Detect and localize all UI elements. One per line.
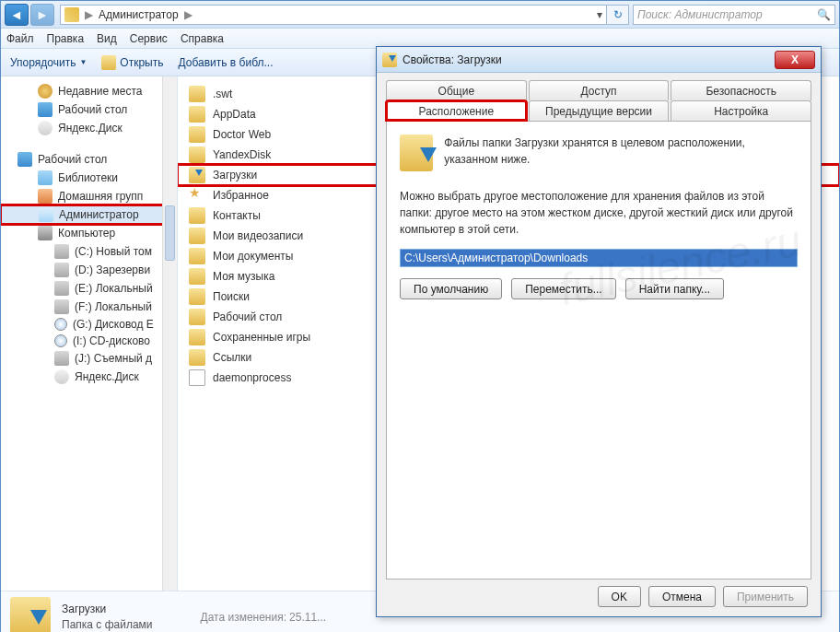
library-icon (38, 170, 52, 185)
drive-icon (54, 351, 69, 366)
details-name: Загрузки (62, 602, 153, 617)
folder-icon (189, 146, 205, 163)
forward-button[interactable]: ► (30, 4, 54, 26)
drive-icon (54, 281, 69, 296)
toolbar-add-library[interactable]: Добавить в библ... (178, 56, 273, 69)
tree-scrollbar[interactable] (162, 76, 177, 591)
restore-default-button[interactable]: По умолчанию (400, 278, 502, 299)
folder-icon (189, 86, 205, 102)
tree-drive[interactable]: (I:) CD-дисково (1, 333, 177, 349)
tree-drive[interactable]: (G:) Дисковод E (1, 316, 177, 333)
close-button[interactable]: X (775, 51, 815, 69)
tree-drive[interactable]: (C:) Новый том (1, 242, 177, 261)
tab-previous-versions[interactable]: Предыдущие версии (529, 100, 670, 121)
details-text: Загрузки Папка с файлами (62, 602, 153, 632)
tab-general[interactable]: Общие (386, 80, 527, 100)
list-item-label: Избранное (213, 189, 269, 202)
list-item-label: .swt (213, 88, 232, 100)
address-dropdown-icon[interactable]: ▾ (597, 8, 602, 21)
menu-edit[interactable]: Правка (47, 32, 85, 45)
folder-icon (189, 288, 205, 305)
folder-icon (189, 268, 205, 285)
list-item-label: Поиски (213, 290, 250, 303)
tree-drive[interactable]: (J:) Съемный д (1, 349, 177, 368)
computer-icon (38, 226, 52, 240)
back-button[interactable]: ◄ (5, 4, 29, 26)
tree-drive[interactable]: (F:) Локальный (1, 298, 177, 316)
toolbar-open[interactable]: Открыть (101, 55, 163, 70)
tree-yandex-disk[interactable]: Яндекс.Диск (1, 119, 177, 137)
user-icon (39, 207, 53, 222)
breadcrumb-sep-icon: ▶ (83, 8, 95, 21)
nav-buttons: ◄ ► (5, 4, 54, 26)
dialog-titlebar[interactable]: Свойства: Загрузки X (377, 47, 821, 73)
ok-button[interactable]: OK (598, 586, 641, 607)
menu-file[interactable]: Файл (6, 32, 34, 45)
desktop-icon (18, 152, 32, 167)
menu-tools[interactable]: Сервис (130, 32, 168, 45)
fav-icon (189, 187, 205, 204)
folder-icon (189, 106, 205, 123)
drive-icon (54, 299, 69, 314)
tree-desktop[interactable]: Рабочий стол (1, 100, 177, 119)
list-item-label: Сохраненные игры (213, 331, 310, 344)
tree-recent[interactable]: Недавние места (1, 82, 177, 100)
bd-icon (54, 318, 67, 331)
folder-icon (189, 248, 205, 264)
yadisk-icon (38, 121, 52, 135)
tree-drive[interactable]: (E:) Локальный (1, 279, 177, 298)
tab-sharing[interactable]: Доступ (529, 80, 670, 100)
drive-icon (54, 263, 69, 277)
tree-drive[interactable]: Яндекс.Диск (1, 368, 177, 386)
list-item-label: AppData (213, 108, 256, 121)
tab-panel-location: Файлы папки Загрузки хранятся в целевом … (386, 121, 811, 579)
link-icon (189, 349, 205, 366)
folder-icon (189, 126, 205, 143)
address-bar[interactable]: ▶ Администратор ▶ ▾ (60, 5, 607, 25)
menu-help[interactable]: Справка (181, 32, 224, 45)
downloads-icon (382, 53, 397, 67)
folder-icon (64, 7, 79, 22)
tab-security[interactable]: Безопасность (671, 80, 811, 100)
location-description: Файлы папки Загрузки хранятся в целевом … (444, 135, 798, 171)
titlebar: ◄ ► ▶ Администратор ▶ ▾ ↻ Поиск: Админис… (1, 1, 839, 29)
search-placeholder: Поиск: Администратор (637, 8, 763, 21)
list-item-label: daemonprocess (213, 371, 291, 384)
toolbar-organize[interactable]: Упорядочить▼ (10, 56, 87, 69)
chevron-down-icon: ▼ (79, 58, 87, 66)
dl-icon (189, 167, 205, 183)
tree-drive[interactable]: (D:) Зарезерви (1, 261, 177, 279)
list-item-label: Контакты (213, 209, 261, 222)
details-type: Папка с файлами (62, 617, 153, 633)
breadcrumb-segment[interactable]: Администратор (99, 8, 179, 21)
folder-icon (189, 207, 205, 224)
tree-admin[interactable]: Администратор (1, 205, 177, 224)
location-path-input[interactable] (400, 249, 798, 267)
move-button[interactable]: Переместить... (511, 278, 616, 299)
scroll-thumb[interactable] (165, 205, 175, 261)
refresh-button[interactable]: ↻ (607, 5, 629, 25)
dialog-footer: OK Отмена Применить (598, 586, 808, 607)
apply-button[interactable]: Применить (723, 586, 808, 607)
tree-computer[interactable]: Компьютер (1, 224, 177, 242)
tree-desktop-root[interactable]: Рабочий стол (1, 150, 177, 169)
tab-strip: Общие Доступ Безопасность Расположение П… (377, 73, 821, 121)
menu-view[interactable]: Вид (97, 32, 117, 45)
cancel-button[interactable]: Отмена (648, 586, 716, 607)
find-target-button[interactable]: Найти папку... (625, 278, 724, 299)
tab-location[interactable]: Расположение (386, 100, 527, 121)
open-icon (101, 55, 116, 70)
breadcrumb-sep-icon: ▶ (182, 8, 194, 21)
tree-libraries[interactable]: Библиотеки (1, 169, 177, 187)
tab-customize[interactable]: Настройка (671, 100, 811, 121)
homegroup-icon (38, 189, 52, 204)
file-icon (189, 369, 205, 386)
nav-tree: Недавние места Рабочий стол Яндекс.Диск … (1, 76, 178, 591)
search-input[interactable]: Поиск: Администратор 🔍 (633, 5, 835, 25)
list-item-label: Мои документы (213, 250, 293, 263)
folder-icon (189, 309, 205, 325)
list-item-label: Doctor Web (213, 128, 271, 141)
properties-dialog: Свойства: Загрузки X Общие Доступ Безопа… (376, 46, 822, 617)
list-item-label: Рабочий стол (213, 310, 282, 323)
tree-homegroup[interactable]: Домашняя групп (1, 187, 177, 205)
